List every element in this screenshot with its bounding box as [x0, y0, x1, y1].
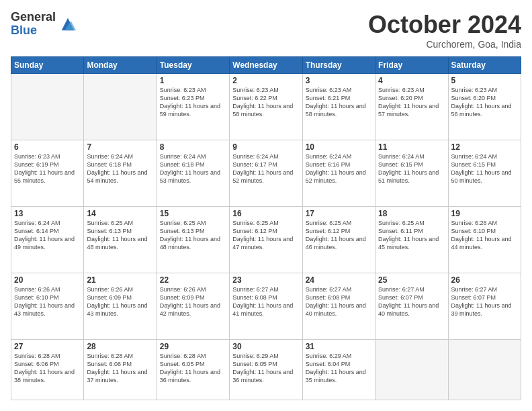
day-info: Sunrise: 6:28 AM Sunset: 6:06 PM Dayligh…	[87, 352, 153, 385]
table-row: 3Sunrise: 6:23 AM Sunset: 6:21 PM Daylig…	[302, 74, 375, 140]
day-info: Sunrise: 6:23 AM Sunset: 6:20 PM Dayligh…	[378, 86, 445, 119]
table-row: 26Sunrise: 6:27 AM Sunset: 6:07 PM Dayli…	[448, 273, 521, 340]
day-info: Sunrise: 6:23 AM Sunset: 6:19 PM Dayligh…	[14, 152, 81, 185]
day-info: Sunrise: 6:29 AM Sunset: 6:04 PM Dayligh…	[306, 352, 372, 385]
day-info: Sunrise: 6:26 AM Sunset: 6:10 PM Dayligh…	[451, 219, 518, 252]
day-info: Sunrise: 6:26 AM Sunset: 6:09 PM Dayligh…	[160, 285, 226, 318]
subtitle: Curchorem, Goa, India	[368, 39, 521, 50]
table-row: 20Sunrise: 6:26 AM Sunset: 6:10 PM Dayli…	[11, 273, 84, 340]
header-sunday: Sunday	[11, 57, 84, 74]
day-number: 14	[87, 209, 153, 218]
day-number: 9	[232, 142, 299, 152]
table-row	[11, 74, 84, 140]
table-row: 24Sunrise: 6:27 AM Sunset: 6:08 PM Dayli…	[302, 273, 375, 340]
day-number: 7	[87, 142, 153, 152]
day-info: Sunrise: 6:26 AM Sunset: 6:09 PM Dayligh…	[87, 285, 153, 318]
day-info: Sunrise: 6:25 AM Sunset: 6:11 PM Dayligh…	[378, 219, 445, 252]
table-row: 23Sunrise: 6:27 AM Sunset: 6:08 PM Dayli…	[230, 273, 302, 340]
day-number: 28	[87, 342, 153, 351]
table-row: 30Sunrise: 6:29 AM Sunset: 6:05 PM Dayli…	[230, 340, 302, 400]
day-number: 2	[232, 76, 299, 85]
day-info: Sunrise: 6:29 AM Sunset: 6:05 PM Dayligh…	[232, 352, 299, 385]
month-title: October 2024	[368, 11, 521, 39]
table-row	[448, 340, 521, 400]
day-info: Sunrise: 6:23 AM Sunset: 6:20 PM Dayligh…	[451, 86, 518, 119]
day-info: Sunrise: 6:25 AM Sunset: 6:13 PM Dayligh…	[87, 219, 153, 252]
day-info: Sunrise: 6:27 AM Sunset: 6:08 PM Dayligh…	[306, 285, 372, 318]
table-row: 6Sunrise: 6:23 AM Sunset: 6:19 PM Daylig…	[11, 140, 84, 207]
table-row: 14Sunrise: 6:25 AM Sunset: 6:13 PM Dayli…	[84, 207, 157, 273]
day-number: 3	[306, 76, 372, 85]
table-row: 28Sunrise: 6:28 AM Sunset: 6:06 PM Dayli…	[84, 340, 157, 400]
day-number: 10	[306, 142, 372, 152]
day-info: Sunrise: 6:24 AM Sunset: 6:15 PM Dayligh…	[378, 152, 445, 185]
day-info: Sunrise: 6:23 AM Sunset: 6:21 PM Dayligh…	[306, 86, 372, 119]
day-info: Sunrise: 6:27 AM Sunset: 6:08 PM Dayligh…	[232, 285, 299, 318]
header: General Blue October 2024 Curchorem, Goa…	[11, 11, 521, 50]
day-info: Sunrise: 6:25 AM Sunset: 6:13 PM Dayligh…	[160, 219, 226, 252]
day-info: Sunrise: 6:24 AM Sunset: 6:18 PM Dayligh…	[87, 152, 153, 185]
calendar-header-row: Sunday Monday Tuesday Wednesday Thursday…	[11, 57, 521, 74]
day-info: Sunrise: 6:24 AM Sunset: 6:15 PM Dayligh…	[451, 152, 518, 185]
table-row: 19Sunrise: 6:26 AM Sunset: 6:10 PM Dayli…	[448, 207, 521, 273]
table-row	[375, 340, 448, 400]
table-row: 7Sunrise: 6:24 AM Sunset: 6:18 PM Daylig…	[84, 140, 157, 207]
day-info: Sunrise: 6:24 AM Sunset: 6:16 PM Dayligh…	[306, 152, 372, 185]
day-number: 11	[378, 142, 445, 152]
day-number: 21	[87, 275, 153, 285]
table-row: 29Sunrise: 6:28 AM Sunset: 6:05 PM Dayli…	[157, 340, 229, 400]
page: General Blue October 2024 Curchorem, Goa…	[0, 0, 532, 411]
day-number: 30	[232, 342, 299, 351]
table-row	[84, 74, 157, 140]
table-row: 21Sunrise: 6:26 AM Sunset: 6:09 PM Dayli…	[84, 273, 157, 340]
logo-blue: Blue	[11, 24, 56, 38]
day-info: Sunrise: 6:24 AM Sunset: 6:14 PM Dayligh…	[14, 219, 81, 252]
day-number: 25	[378, 275, 445, 285]
table-row: 11Sunrise: 6:24 AM Sunset: 6:15 PM Dayli…	[375, 140, 448, 207]
day-number: 22	[160, 275, 226, 285]
logo-general: General	[11, 11, 56, 24]
table-row: 18Sunrise: 6:25 AM Sunset: 6:11 PM Dayli…	[375, 207, 448, 273]
table-row: 9Sunrise: 6:24 AM Sunset: 6:17 PM Daylig…	[230, 140, 302, 207]
day-info: Sunrise: 6:23 AM Sunset: 6:22 PM Dayligh…	[232, 86, 299, 119]
day-info: Sunrise: 6:27 AM Sunset: 6:07 PM Dayligh…	[451, 285, 518, 318]
day-number: 19	[451, 209, 518, 218]
day-info: Sunrise: 6:28 AM Sunset: 6:06 PM Dayligh…	[14, 352, 81, 385]
day-number: 5	[451, 76, 518, 85]
table-row: 16Sunrise: 6:25 AM Sunset: 6:12 PM Dayli…	[230, 207, 302, 273]
day-info: Sunrise: 6:25 AM Sunset: 6:12 PM Dayligh…	[306, 219, 372, 252]
logo-text: General Blue	[11, 11, 56, 38]
header-thursday: Thursday	[302, 57, 375, 74]
logo-icon	[58, 15, 77, 34]
header-monday: Monday	[84, 57, 157, 74]
day-number: 20	[14, 275, 81, 285]
header-tuesday: Tuesday	[157, 57, 229, 74]
table-row: 2Sunrise: 6:23 AM Sunset: 6:22 PM Daylig…	[230, 74, 302, 140]
header-wednesday: Wednesday	[230, 57, 302, 74]
day-number: 17	[306, 209, 372, 218]
day-number: 4	[378, 76, 445, 85]
table-row: 5Sunrise: 6:23 AM Sunset: 6:20 PM Daylig…	[448, 74, 521, 140]
table-row: 13Sunrise: 6:24 AM Sunset: 6:14 PM Dayli…	[11, 207, 84, 273]
day-number: 12	[451, 142, 518, 152]
day-info: Sunrise: 6:24 AM Sunset: 6:17 PM Dayligh…	[232, 152, 299, 185]
logo: General Blue	[11, 11, 77, 38]
day-number: 31	[306, 342, 372, 351]
table-row: 15Sunrise: 6:25 AM Sunset: 6:13 PM Dayli…	[157, 207, 229, 273]
table-row: 17Sunrise: 6:25 AM Sunset: 6:12 PM Dayli…	[302, 207, 375, 273]
day-number: 15	[160, 209, 226, 218]
day-info: Sunrise: 6:24 AM Sunset: 6:18 PM Dayligh…	[160, 152, 226, 185]
day-number: 8	[160, 142, 226, 152]
day-number: 18	[378, 209, 445, 218]
day-number: 27	[14, 342, 81, 351]
title-section: October 2024 Curchorem, Goa, India	[368, 11, 521, 50]
header-friday: Friday	[375, 57, 448, 74]
table-row: 10Sunrise: 6:24 AM Sunset: 6:16 PM Dayli…	[302, 140, 375, 207]
day-info: Sunrise: 6:28 AM Sunset: 6:05 PM Dayligh…	[160, 352, 226, 385]
day-number: 1	[160, 76, 226, 85]
day-info: Sunrise: 6:26 AM Sunset: 6:10 PM Dayligh…	[14, 285, 81, 318]
day-info: Sunrise: 6:25 AM Sunset: 6:12 PM Dayligh…	[232, 219, 299, 252]
day-info: Sunrise: 6:23 AM Sunset: 6:23 PM Dayligh…	[160, 86, 226, 119]
table-row: 4Sunrise: 6:23 AM Sunset: 6:20 PM Daylig…	[375, 74, 448, 140]
day-number: 24	[306, 275, 372, 285]
